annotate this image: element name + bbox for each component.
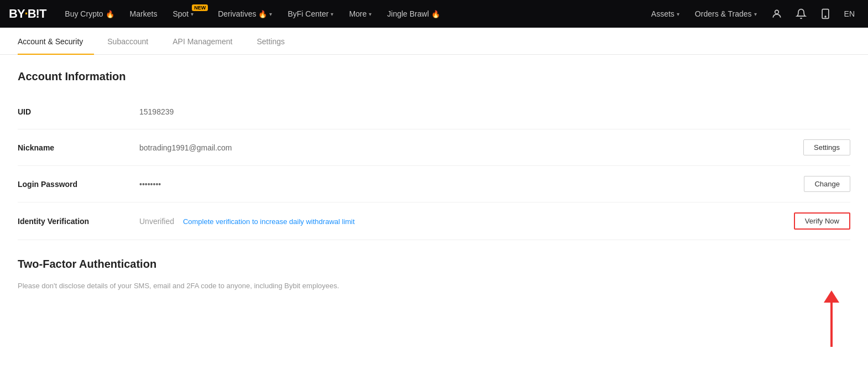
arrow-annotation xyxy=(824,290,839,305)
chevron-deriv: ▾ xyxy=(269,11,272,17)
identity-label: Identity Verification xyxy=(18,217,139,226)
bell-icon[interactable] xyxy=(791,0,811,28)
nickname-row: Nickname botrading1991@gmail.com Setting… xyxy=(18,129,850,166)
chevron-byfi: ▾ xyxy=(331,11,333,17)
password-label: Login Password xyxy=(18,180,139,189)
two-factor-title: Two-Factor Authentication xyxy=(18,258,850,271)
tablet-icon[interactable] xyxy=(815,0,835,28)
tab-api-management[interactable]: API Management xyxy=(172,28,243,55)
user-icon[interactable] xyxy=(767,0,787,28)
fire-icon-jingle: 🔥 xyxy=(431,10,440,18)
nickname-settings-button[interactable]: Settings xyxy=(803,139,850,155)
nav-right: Assets ▾ Orders & Trades ▾ EN xyxy=(646,0,859,28)
identity-row: Identity Verification Unverified Complet… xyxy=(18,202,850,240)
arrow-shaft xyxy=(830,303,833,305)
navbar: BY·B!T Buy Crypto 🔥 Markets Spot NEW ▾ D… xyxy=(0,0,868,28)
nav-assets[interactable]: Assets ▾ xyxy=(646,0,685,28)
nav-buy-crypto[interactable]: Buy Crypto 🔥 xyxy=(58,0,121,28)
logo[interactable]: BY·B!T xyxy=(9,7,46,21)
nav-spot[interactable]: Spot NEW ▾ xyxy=(166,0,209,28)
uid-value: 15198239 xyxy=(139,107,850,116)
arrow-head xyxy=(824,290,839,303)
nav-derivatives[interactable]: Derivatives 🔥 ▾ xyxy=(211,0,279,28)
nav-byfi[interactable]: ByFi Center ▾ xyxy=(281,0,340,28)
verify-now-button[interactable]: Verify Now xyxy=(794,212,850,230)
fire-icon-deriv: 🔥 xyxy=(258,10,267,18)
tabs-bar: Account & Security Subaccount API Manage… xyxy=(0,28,868,55)
uid-row: UID 15198239 xyxy=(18,94,850,129)
identity-hint: Complete verification to increase daily … xyxy=(183,217,355,226)
identity-value: Unverified Complete verification to incr… xyxy=(139,217,794,226)
new-badge: NEW xyxy=(192,4,208,11)
nickname-action: Settings xyxy=(803,139,850,155)
lang-selector[interactable]: EN xyxy=(840,0,859,28)
chevron-orders: ▾ xyxy=(754,11,757,17)
main-content: Account Information UID 15198239 Nicknam… xyxy=(0,55,868,305)
nav-orders[interactable]: Orders & Trades ▾ xyxy=(689,0,762,28)
chevron-assets: ▾ xyxy=(677,11,679,17)
tab-account-security[interactable]: Account & Security xyxy=(18,28,94,55)
two-factor-subtitle: Please don't disclose details of your SM… xyxy=(18,282,850,290)
password-action: Verify Now Change xyxy=(804,176,850,192)
nav-more[interactable]: More ▾ xyxy=(342,0,378,28)
tab-subaccount[interactable]: Subaccount xyxy=(107,28,159,55)
change-button[interactable]: Change xyxy=(804,176,850,192)
nickname-value: botrading1991@gmail.com xyxy=(139,143,803,152)
password-value: •••••••• xyxy=(139,180,804,189)
chevron-spot: ▾ xyxy=(191,11,194,17)
password-row: Login Password •••••••• Verify Now Chang… xyxy=(18,166,850,202)
identity-status: Unverified xyxy=(139,217,174,226)
nav-jingle[interactable]: Jingle Brawl 🔥 xyxy=(380,0,446,28)
logo-by: BY xyxy=(9,7,25,21)
svg-point-2 xyxy=(825,16,826,17)
chevron-more: ▾ xyxy=(369,11,372,17)
nav-markets[interactable]: Markets xyxy=(123,0,164,28)
svg-point-0 xyxy=(775,10,778,14)
uid-label: UID xyxy=(18,107,139,116)
two-factor-section: Two-Factor Authentication Please don't d… xyxy=(18,245,850,290)
nickname-label: Nickname xyxy=(18,143,139,152)
tab-settings[interactable]: Settings xyxy=(257,28,296,55)
logo-bit: B!T xyxy=(28,7,46,21)
account-info-title: Account Information xyxy=(18,70,850,83)
fire-icon-buy: 🔥 xyxy=(106,10,114,18)
identity-action: Verify Now xyxy=(794,212,850,230)
account-info-section: Account Information UID 15198239 Nicknam… xyxy=(18,70,850,240)
